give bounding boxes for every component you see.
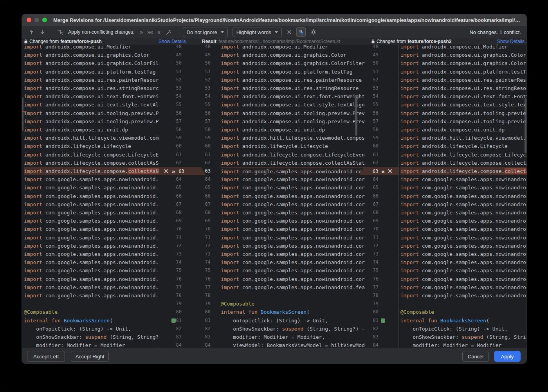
- right-code-pane[interactable]: import androidx.compose.ui.Modifierimpor…: [400, 45, 526, 348]
- line-number: 71: [195, 234, 211, 242]
- code-line: import androidx.hilt.lifecycle.viewmodel…: [24, 134, 159, 142]
- code-line: @Composable: [24, 308, 159, 316]
- line-number: 72: [363, 242, 379, 250]
- next-change-button[interactable]: [40, 29, 45, 35]
- changes-from-label: Changes from: [29, 39, 59, 44]
- collapse-unchanged-icon[interactable]: [287, 30, 292, 34]
- magic-resolve-icon[interactable]: [165, 29, 171, 35]
- apply-change-icon[interactable]: «: [381, 168, 384, 174]
- code-line: import androidx.lifecycle.compose.collec…: [400, 167, 526, 175]
- line-number: 82: [363, 325, 379, 333]
- merge-pane-headers: Changes from feature/force-push Show Det…: [22, 38, 526, 45]
- code-line: import androidx.compose.ui.platform.test…: [221, 68, 368, 76]
- line-number: 55: [363, 101, 379, 109]
- apply-left-side-icon[interactable]: »: [140, 29, 143, 35]
- line-number: 57: [166, 117, 182, 126]
- code-line: import androidx.compose.ui.res.stringRes…: [24, 84, 159, 92]
- accept-left-button[interactable]: Accept Left: [27, 351, 65, 362]
- result-pane-scrollbar[interactable]: [355, 95, 357, 136]
- line-number: 62: [166, 159, 182, 167]
- code-line: import androidx.compose.ui.graphics.Colo…: [221, 51, 368, 59]
- code-line: import androidx.lifecycle.compose.collec…: [24, 167, 159, 175]
- line-number: 75: [195, 266, 211, 275]
- code-line: import com.google.samples.apps.nowinandr…: [221, 242, 368, 250]
- line-number: 48: [166, 45, 182, 51]
- ignore-change-icon[interactable]: [388, 169, 392, 173]
- code-line: import androidx.lifecycle.compose.Lifecy…: [400, 151, 526, 159]
- code-line: import androidx.compose.ui.tooling.previ…: [400, 109, 526, 117]
- line-number: 81: [195, 316, 211, 325]
- sync-scrolling-toggle[interactable]: [296, 27, 306, 37]
- change-marker-green[interactable]: [381, 318, 385, 323]
- highlight-policy-value: Highlight words: [236, 29, 271, 35]
- code-line: import androidx.lifecycle.compose.collec…: [221, 159, 368, 167]
- result-label: Result: [202, 38, 216, 45]
- apply-both-sides-icon[interactable]: »«: [147, 29, 153, 35]
- apply-button[interactable]: Apply: [494, 351, 521, 362]
- window-title: Merge Revisions for /Users/domenlanisnik…: [53, 17, 522, 23]
- code-line: import com.google.samples.apps.nowinandr…: [24, 275, 159, 283]
- code-line: internal fun BookmarksScreen(: [24, 316, 159, 325]
- code-line: import androidx.compose.ui.graphics.Colo…: [24, 51, 159, 59]
- highlight-policy-dropdown[interactable]: Highlight words: [233, 27, 282, 37]
- code-line: import androidx.compose.ui.tooling.previ…: [400, 117, 526, 126]
- line-number: 77: [166, 283, 182, 291]
- change-marker-green[interactable]: [171, 318, 176, 323]
- ignore-policy-dropdown[interactable]: Do not ignore: [183, 27, 228, 37]
- line-number: 50: [195, 59, 211, 67]
- code-line: import androidx.lifecycle.compose.collec…: [24, 159, 159, 167]
- left-code-pane[interactable]: import androidx.compose.ui.Modifierimpor…: [24, 45, 159, 348]
- line-number: 71: [166, 234, 182, 242]
- code-line: import androidx.compose.ui.Modifier: [221, 45, 368, 51]
- code-line: import com.google.samples.apps.nowinandr…: [400, 258, 526, 266]
- merge-editor-area: import androidx.compose.ui.Modifierimpor…: [22, 45, 526, 348]
- minimize-window-button[interactable]: [34, 18, 39, 22]
- line-number: 77: [363, 283, 379, 291]
- cancel-button[interactable]: Cancel: [462, 351, 489, 362]
- line-number: 69: [166, 217, 182, 225]
- line-number: 59: [166, 134, 182, 142]
- conflict-line-number: 63: [373, 169, 378, 174]
- line-number: 82: [166, 325, 182, 333]
- code-line: import com.google.samples.apps.nowinandr…: [400, 209, 526, 217]
- line-number: 55: [195, 101, 211, 109]
- code-line: import androidx.lifecycle.Lifecycle: [400, 142, 526, 150]
- apply-all-non-conflicting-icon[interactable]: [57, 29, 64, 35]
- ignore-change-icon[interactable]: [164, 169, 168, 173]
- left-show-details-link[interactable]: Show Details: [159, 38, 186, 45]
- code-line: import com.google.samples.apps.nowinandr…: [221, 209, 368, 217]
- line-number: 54: [195, 92, 211, 101]
- code-line: import androidx.compose.ui.unit.dp: [221, 126, 368, 134]
- settings-gear-icon[interactable]: [310, 29, 317, 35]
- line-number: 65: [195, 183, 211, 192]
- line-number: 74: [166, 258, 182, 266]
- left-pane-scrollbar[interactable]: [22, 97, 23, 131]
- line-number: 62: [195, 159, 211, 167]
- code-line: import androidx.compose.ui.res.stringRes…: [221, 84, 368, 92]
- line-number: 69: [363, 217, 379, 225]
- code-line: import com.google.samples.apps.nowinandr…: [221, 250, 368, 258]
- line-number: 53: [363, 84, 379, 92]
- code-line: import com.google.samples.apps.nowinandr…: [221, 225, 368, 233]
- chevron-down-icon: [221, 31, 224, 33]
- right-pane-scrollbar[interactable]: [525, 98, 526, 153]
- previous-change-button[interactable]: [29, 29, 34, 35]
- zoom-window-button[interactable]: [42, 18, 47, 22]
- line-number: 75: [166, 266, 182, 275]
- code-line: import androidx.compose.ui.Modifier: [24, 45, 159, 51]
- right-show-details-link[interactable]: Show Details: [497, 38, 525, 45]
- apply-right-side-icon[interactable]: «: [157, 29, 160, 35]
- code-line: import androidx.compose.ui.unit.dp: [24, 126, 159, 134]
- line-number: 77: [195, 283, 211, 291]
- line-number: 84: [363, 341, 379, 348]
- apply-change-icon[interactable]: »: [172, 168, 175, 174]
- line-number: 52: [195, 76, 211, 84]
- close-window-button[interactable]: [27, 18, 31, 22]
- code-line: import androidx.compose.ui.res.painterRe…: [400, 76, 526, 84]
- code-line: import com.google.samples.apps.nowinandr…: [400, 266, 526, 275]
- code-line: import androidx.compose.ui.graphics.Colo…: [400, 59, 526, 67]
- code-line: import com.google.samples.apps.nowinandr…: [24, 217, 159, 225]
- accept-right-button[interactable]: Accept Right: [71, 351, 109, 362]
- line-number: 59: [195, 134, 211, 142]
- result-code-pane[interactable]: import androidx.compose.ui.Modifierimpor…: [221, 45, 368, 348]
